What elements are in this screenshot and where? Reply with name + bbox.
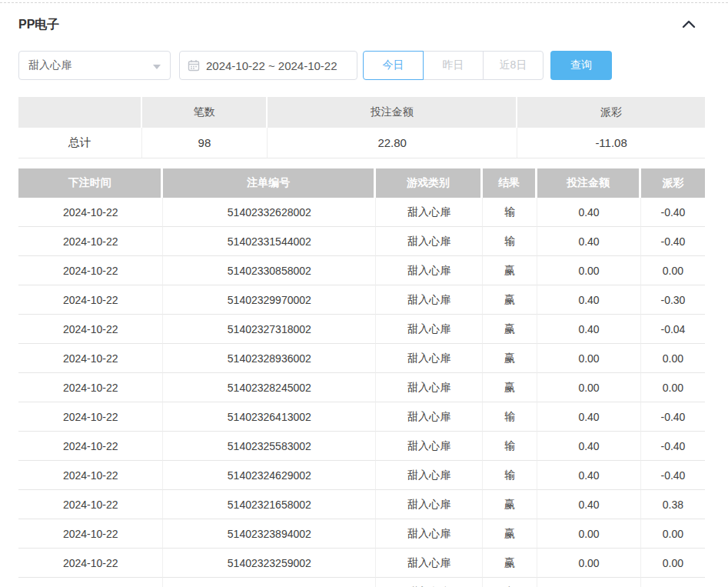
bet-number-cell: [163, 578, 376, 587]
bet-amount-cell: 0.40: [537, 402, 641, 432]
game-type-cell: 甜入心扉: [376, 490, 482, 519]
table-row: 2024-10-2251402324629002甜入心扉输0.40-0.40: [18, 461, 705, 490]
result-cell: 赢: [483, 285, 537, 315]
result-cell: 赢: [483, 490, 537, 519]
payout-cell: [641, 578, 705, 587]
panel-header: PP电子: [18, 14, 705, 35]
quick-range-button-group: 今日 昨日 近8日: [363, 51, 544, 80]
bet-time-cell: 2024-10-22: [18, 344, 163, 373]
bet-time-cell: 2024-10-22: [18, 519, 163, 549]
bet-time-cell: 2024-10-22: [18, 285, 163, 315]
bets-table: 下注时间注单编号游戏类别结果投注金额派彩 2024-10-22514023326…: [18, 168, 705, 587]
bet-time-cell: 2024-10-22: [18, 256, 163, 285]
payout-cell: 0.00: [641, 344, 705, 373]
calendar-icon: [188, 59, 200, 72]
bet-number-cell: 51402329970002: [163, 285, 376, 315]
bet-number-cell: 51402324629002: [163, 461, 376, 490]
chevron-down-icon: [153, 65, 161, 69]
game-select-value: 甜入心扉: [28, 58, 71, 72]
bet-amount-cell: 0.40: [537, 490, 641, 519]
bet-number-cell: 51402332628002: [163, 198, 376, 227]
bets-col-header: 结果: [483, 168, 537, 198]
date-range-input[interactable]: 2024-10-22 ~ 2024-10-22: [179, 51, 357, 80]
result-cell: 输: [483, 198, 537, 227]
bet-time-cell: 2024-10-22: [18, 198, 163, 227]
result-cell: 赢: [483, 519, 537, 549]
bet-time-cell: 2024-10-22: [18, 432, 163, 461]
bet-time-cell: 2024-10-22: [18, 315, 163, 344]
bet-number-cell: 51402328245002: [163, 373, 376, 402]
bets-col-header: 派彩: [641, 168, 705, 198]
bet-time-cell: 2024-10-22: [18, 227, 163, 256]
bet-amount-cell: 0.40: [537, 315, 641, 344]
bets-table-body: 2024-10-2251402332628002甜入心扉输0.40-0.4020…: [18, 198, 705, 587]
payout-cell: -0.30: [641, 285, 705, 315]
date-range-value: 2024-10-22 ~ 2024-10-22: [206, 59, 337, 72]
bet-amount-cell: 0.40: [537, 285, 641, 315]
quick-range-today-button[interactable]: 今日: [363, 51, 424, 80]
game-type-cell: 甜入心扉: [376, 461, 482, 490]
bet-amount-cell: 0.00: [537, 373, 641, 402]
bet-time-cell: 2024-10-22: [18, 549, 163, 578]
bet-amount-cell: 0.00: [537, 256, 641, 285]
table-row: 2024-10-2251402327318002甜入心扉赢0.40-0.04: [18, 315, 705, 344]
payout-cell: -0.40: [641, 461, 705, 490]
bet-time-cell: [18, 578, 163, 587]
bet-amount-cell: 0.00: [537, 549, 641, 578]
pp-electronic-panel: PP电子 甜入心扉: [0, 0, 728, 587]
bet-amount-cell: 0.00: [537, 344, 641, 373]
collapse-panel-button[interactable]: [679, 16, 699, 33]
filter-bar: 甜入心扉 2024-10-22 ~ 2024-10-22: [18, 51, 705, 80]
chevron-up-icon: [682, 19, 696, 31]
bet-time-cell: 2024-10-22: [18, 402, 163, 432]
payout-cell: -0.04: [641, 315, 705, 344]
game-select[interactable]: 甜入心扉: [18, 51, 171, 80]
bet-amount-cell: 0.40: [537, 227, 641, 256]
bets-col-header: 下注时间: [18, 168, 163, 198]
table-row: 2024-10-2251402331544002甜入心扉输0.40-0.40: [18, 227, 705, 256]
bet-number-cell: 51402323259002: [163, 549, 376, 578]
result-cell: 输: [483, 432, 537, 461]
result-cell: 赢: [483, 373, 537, 402]
table-row: 2024-10-2251402326413002甜入心扉输0.40-0.40: [18, 402, 705, 432]
result-cell: 输: [483, 227, 537, 256]
payout-cell: 0.00: [641, 519, 705, 549]
game-type-cell: 甜入心扉: [376, 315, 482, 344]
game-type-cell: 甜入心扉: [376, 549, 482, 578]
table-row: 2024-10-2251402325583002甜入心扉输0.40-0.40: [18, 432, 705, 461]
bet-number-cell: 51402321658002: [163, 490, 376, 519]
payout-cell: 0.00: [641, 549, 705, 578]
search-button[interactable]: 查询: [550, 51, 612, 80]
bet-time-cell: 2024-10-22: [18, 373, 163, 402]
bets-header-row: 下注时间注单编号游戏类别结果投注金额派彩: [18, 168, 705, 198]
game-type-cell: 甜入心扉: [376, 198, 482, 227]
bets-col-header: 注单编号: [163, 168, 376, 198]
bet-time-cell: 2024-10-22: [18, 461, 163, 490]
bet-amount-cell: 0.40: [537, 461, 641, 490]
quick-range-yesterday-button[interactable]: 昨日: [423, 51, 484, 80]
bet-amount-cell: 0.00: [537, 519, 641, 549]
bet-number-cell: 51402325583002: [163, 432, 376, 461]
bet-number-cell: 51402323894002: [163, 519, 376, 549]
bet-time-cell: 2024-10-22: [18, 490, 163, 519]
game-type-cell: 甜入心扉: [376, 256, 482, 285]
top-dashed-divider: [0, 2, 728, 3]
table-row: 2024-10-2251402328936002甜入心扉赢0.000.00: [18, 344, 705, 373]
payout-cell: -0.40: [641, 432, 705, 461]
payout-cell: -0.40: [641, 198, 705, 227]
summary-total-count: 98: [142, 128, 268, 158]
game-type-cell: 甜入心扉: [376, 578, 482, 587]
summary-col-header: 投注金额: [268, 97, 517, 128]
summary-total-payout: -11.08: [517, 128, 705, 158]
result-cell: 赢: [483, 549, 537, 578]
result-cell: 赢: [483, 344, 537, 373]
table-row: 2024-10-2251402321658002甜入心扉赢0.400.38: [18, 490, 705, 519]
summary-col-header: 笔数: [142, 97, 268, 128]
summary-total-row: 总计 98 22.80 -11.08: [18, 128, 705, 158]
result-cell: 赢: [483, 578, 537, 587]
quick-range-last8days-button[interactable]: 近8日: [483, 51, 544, 80]
table-row: 2024-10-2251402330858002甜入心扉赢0.000.00: [18, 256, 705, 285]
game-type-cell: 甜入心扉: [376, 227, 482, 256]
bet-amount-cell: [537, 578, 641, 587]
game-type-cell: 甜入心扉: [376, 373, 482, 402]
